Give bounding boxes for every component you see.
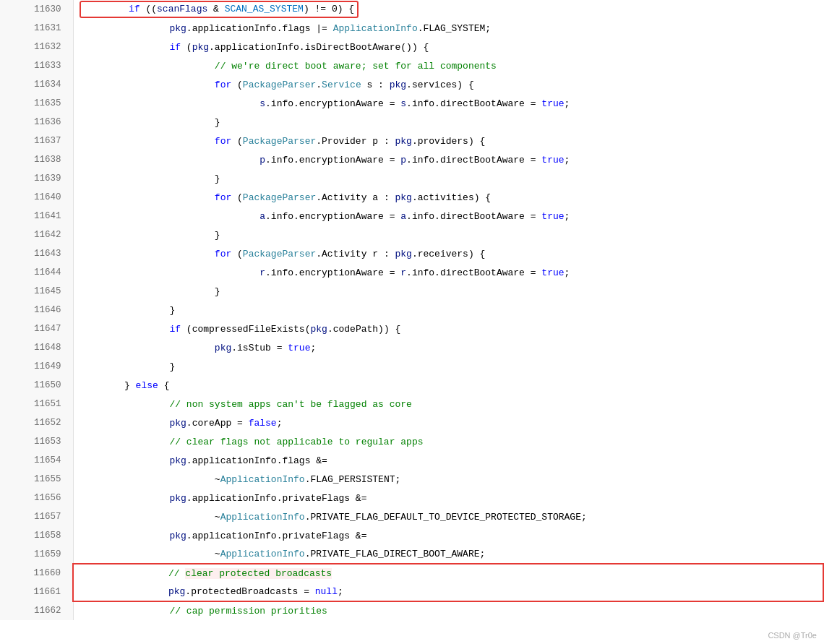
table-row: 11654 pkg.applicationInfo.flags &= — [0, 451, 823, 470]
code-content: } — [73, 282, 823, 301]
line-number: 11649 — [0, 357, 73, 376]
line-number: 11643 — [0, 244, 73, 263]
line-number: 11650 — [0, 376, 73, 395]
line-number: 11638 — [0, 150, 73, 169]
table-row: 11648 pkg.isStub = true; — [0, 338, 823, 357]
line-number: 11640 — [0, 188, 73, 207]
line-number: 11662 — [0, 601, 73, 620]
code-content: } — [73, 301, 823, 319]
code-content: pkg.protectedBroadcasts = null; — [73, 583, 823, 601]
code-content: // we're direct boot aware; set for all … — [73, 56, 823, 75]
code-content: // clear protected broadcasts — [73, 564, 823, 583]
line-number: 11646 — [0, 301, 73, 319]
line-number: 11642 — [0, 226, 73, 244]
table-row: 11658 pkg.applicationInfo.privateFlags &… — [0, 526, 823, 545]
line-number: 11658 — [0, 526, 73, 545]
code-content: pkg.applicationInfo.privateFlags &= — [73, 489, 823, 507]
line-number: 11641 — [0, 207, 73, 226]
code-content: for (PackageParser.Activity a : pkg.acti… — [73, 188, 823, 207]
table-row: 11657 ~ApplicationInfo.PRIVATE_FLAG_DEFA… — [0, 507, 823, 526]
table-row: 11643 for (PackageParser.Activity r : pk… — [0, 244, 823, 263]
code-content: a.info.encryptionAware = a.info.directBo… — [73, 207, 823, 226]
code-content: // clear flags not applicable to regular… — [73, 432, 823, 451]
line-number: 11657 — [0, 507, 73, 526]
table-row: 11631 pkg.applicationInfo.flags |= Appli… — [0, 19, 823, 38]
line-number: 11637 — [0, 132, 73, 150]
table-row: 11630 if ((scanFlags & SCAN_AS_SYSTEM) !… — [0, 0, 823, 19]
table-row: 11653 // clear flags not applicable to r… — [0, 432, 823, 451]
table-row: 11649 } — [0, 357, 823, 376]
code-content: r.info.encryptionAware = r.info.directBo… — [73, 263, 823, 282]
code-content: pkg.coreApp = false; — [73, 413, 823, 432]
table-row: 11633 // we're direct boot aware; set fo… — [0, 56, 823, 75]
table-row: 11636 } — [0, 113, 823, 132]
code-content: } — [73, 113, 823, 132]
table-row: 11652 pkg.coreApp = false; — [0, 413, 823, 432]
code-content: p.info.encryptionAware = p.info.directBo… — [73, 150, 823, 169]
code-content: for (PackageParser.Service s : pkg.servi… — [73, 75, 823, 94]
code-content: ~ApplicationInfo.PRIVATE_FLAG_DIRECT_BOO… — [73, 545, 823, 564]
table-row: 11651 // non system apps can't be flagge… — [0, 395, 823, 413]
code-content: if ((scanFlags & SCAN_AS_SYSTEM) != 0) { — [73, 0, 823, 19]
line-number: 11634 — [0, 75, 73, 94]
table-row: 11647 if (compressedFileExists(pkg.codeP… — [0, 319, 823, 338]
line-number: 11660 — [0, 564, 73, 583]
code-content: for (PackageParser.Provider p : pkg.prov… — [73, 132, 823, 150]
table-row: 11644 r.info.encryptionAware = r.info.di… — [0, 263, 823, 282]
code-content: if (pkg.applicationInfo.isDirectBootAwar… — [73, 38, 823, 56]
code-table: 11630 if ((scanFlags & SCAN_AS_SYSTEM) !… — [0, 0, 824, 620]
code-content: pkg.isStub = true; — [73, 338, 823, 357]
table-row: 11650 } else { — [0, 376, 823, 395]
table-row: 11638 p.info.encryptionAware = p.info.di… — [0, 150, 823, 169]
code-content: if (compressedFileExists(pkg.codePath)) … — [73, 319, 823, 338]
line-number: 11655 — [0, 470, 73, 489]
code-content: s.info.encryptionAware = s.info.directBo… — [73, 94, 823, 113]
code-content: // non system apps can't be flagged as c… — [73, 395, 823, 413]
code-content: } — [73, 226, 823, 244]
line-number: 11639 — [0, 169, 73, 188]
code-content: } — [73, 357, 823, 376]
line-number: 11651 — [0, 395, 73, 413]
table-row: 11637 for (PackageParser.Provider p : pk… — [0, 132, 823, 150]
code-content: // cap permission priorities — [73, 601, 823, 620]
line-number: 11633 — [0, 56, 73, 75]
code-content: ~ApplicationInfo.PRIVATE_FLAG_DEFAULT_TO… — [73, 507, 823, 526]
line-number: 11647 — [0, 319, 73, 338]
code-content: ~ApplicationInfo.FLAG_PERSISTENT; — [73, 470, 823, 489]
code-content: } — [73, 169, 823, 188]
line-number: 11656 — [0, 489, 73, 507]
line-number: 11644 — [0, 263, 73, 282]
table-row: 11646 } — [0, 301, 823, 319]
line-number: 11636 — [0, 113, 73, 132]
line-number: 11659 — [0, 545, 73, 564]
table-row: 11640 for (PackageParser.Activity a : pk… — [0, 188, 823, 207]
table-row: 11634 for (PackageParser.Service s : pkg… — [0, 75, 823, 94]
code-content: } else { — [73, 376, 823, 395]
line-number: 11661 — [0, 583, 73, 601]
table-row: 11641 a.info.encryptionAware = a.info.di… — [0, 207, 823, 226]
code-content: pkg.applicationInfo.flags &= — [73, 451, 823, 470]
code-content: pkg.applicationInfo.privateFlags &= — [73, 526, 823, 545]
table-row: 11645 } — [0, 282, 823, 301]
line-number: 11652 — [0, 413, 73, 432]
line-number: 11654 — [0, 451, 73, 470]
line-number: 11630 — [0, 0, 73, 19]
code-content: pkg.applicationInfo.flags |= Application… — [73, 19, 823, 38]
table-row: 11632 if (pkg.applicationInfo.isDirectBo… — [0, 38, 823, 56]
table-row: 11642 } — [0, 226, 823, 244]
line-number: 11648 — [0, 338, 73, 357]
line-number: 11631 — [0, 19, 73, 38]
table-row: 11662 // cap permission priorities — [0, 601, 823, 620]
brand-label: CSDN @Tr0e — [768, 631, 817, 640]
line-number: 11632 — [0, 38, 73, 56]
line-number: 11635 — [0, 94, 73, 113]
table-row: 11660 // clear protected broadcasts — [0, 564, 823, 583]
table-row: 11656 pkg.applicationInfo.privateFlags &… — [0, 489, 823, 507]
code-content: for (PackageParser.Activity r : pkg.rece… — [73, 244, 823, 263]
table-row: 11639 } — [0, 169, 823, 188]
table-row: 11635 s.info.encryptionAware = s.info.di… — [0, 94, 823, 113]
line-number: 11653 — [0, 432, 73, 451]
table-row: 11655 ~ApplicationInfo.FLAG_PERSISTENT; — [0, 470, 823, 489]
table-row: 11661 pkg.protectedBroadcasts = null; — [0, 583, 823, 601]
table-row: 11659 ~ApplicationInfo.PRIVATE_FLAG_DIRE… — [0, 545, 823, 564]
